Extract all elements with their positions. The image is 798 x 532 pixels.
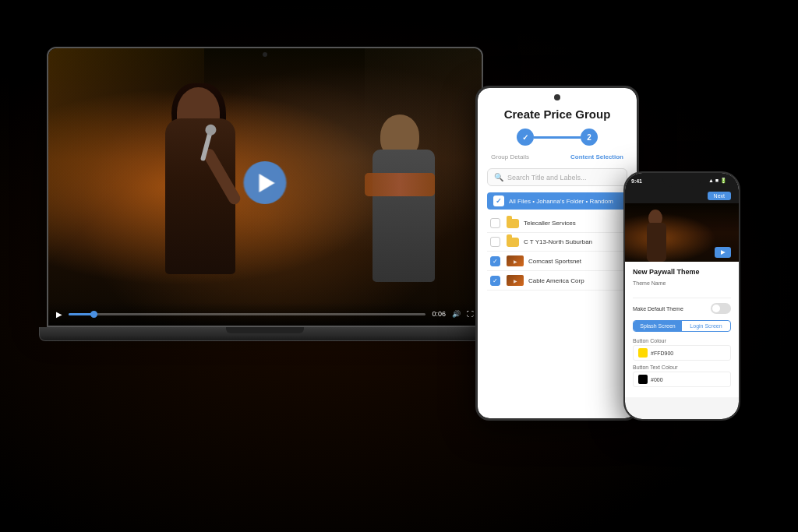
laptop-device: ▶ 0:06 🔊 ⛶ <box>47 47 514 374</box>
file-checkbox-2[interactable] <box>490 237 500 247</box>
search-icon: 🔍 <box>494 173 503 181</box>
phone-device: 9:41 ▲ ■ 🔋 Next ▶ New Paywall Theme Them… <box>623 171 744 428</box>
phone-singer <box>641 207 672 262</box>
folder-icon <box>507 219 519 228</box>
fullscreen-icon[interactable]: ⛶ <box>467 310 474 318</box>
phone-button-color-preview[interactable]: #FFD900 <box>633 345 731 361</box>
tablet-device: Create Price Group ✓ 2 Group Details Con… <box>475 86 647 428</box>
search-box[interactable]: 🔍 Search Title and Labels... <box>487 168 627 186</box>
phone-button-text-color-label: Button Text Colour <box>633 365 731 370</box>
video-thumbnail-3 <box>507 255 524 266</box>
step-2-circle: 2 <box>581 129 598 146</box>
volume-icon[interactable]: 🔊 <box>452 310 461 318</box>
file-row: C T Y13-North Suburban <box>487 233 627 252</box>
button-color-swatch <box>638 348 648 358</box>
breadcrumb-row: All Files • Johanna's Folder • Random <box>487 192 627 210</box>
phone-theme-name-value[interactable] <box>633 287 731 298</box>
video-thumbnail-4 <box>507 275 524 286</box>
laptop-camera <box>263 52 267 57</box>
guitarist-body <box>373 150 435 282</box>
laptop-screen-bezel: ▶ 0:06 🔊 ⛶ <box>47 47 483 327</box>
phone-section-title: New Paywall Theme <box>633 268 731 276</box>
button-text-color-value: #000 <box>651 377 663 382</box>
folder-icon <box>507 238 519 247</box>
step-line <box>534 136 581 139</box>
stepper: ✓ 2 <box>487 129 627 146</box>
phone-notch <box>662 173 701 187</box>
phone-header: Next <box>625 188 739 203</box>
step-1-circle: ✓ <box>517 129 534 146</box>
phone-tab-login[interactable]: Login Screen <box>682 321 730 331</box>
step-labels: Group Details Content Selection <box>487 153 627 160</box>
phone-time: 9:41 <box>631 178 642 184</box>
button-color-value: #FFD900 <box>651 351 673 356</box>
phone-button-color-label: Button Colour <box>633 338 731 344</box>
guitarist-figure <box>357 95 450 298</box>
phone-status-icons: ▲ ■ 🔋 <box>708 178 727 184</box>
phone-toggle-row: Make Default Theme <box>633 303 731 314</box>
phone-screen: 9:41 ▲ ■ 🔋 Next ▶ New Paywall Theme Them… <box>625 173 739 419</box>
phone-next-button[interactable]: Next <box>708 192 731 200</box>
file-name-3: Comcast Sportsnet <box>528 258 624 265</box>
laptop-screen: ▶ 0:06 🔊 ⛶ <box>48 48 482 326</box>
file-name-4: Cable America Corp <box>528 277 624 284</box>
tablet-body: Create Price Group ✓ 2 Group Details Con… <box>475 86 639 421</box>
phone-content: New Paywall Theme Theme Name Make Defaul… <box>625 262 739 397</box>
phone-play-button[interactable]: ▶ <box>715 247 731 258</box>
file-row: Comcast Sportsnet <box>487 252 627 271</box>
time-display: 0:06 <box>432 310 446 318</box>
singer-body <box>165 118 235 274</box>
file-name-2: C T Y13-North Suburban <box>524 238 624 245</box>
file-name-1: Telecaller Services <box>524 220 624 227</box>
phone-theme-name-label: Theme Name <box>633 280 731 286</box>
tablet-camera <box>554 94 560 100</box>
step-2-label: Content Selection <box>570 153 623 160</box>
step-1-label: Group Details <box>491 153 529 160</box>
tablet-title: Create Price Group <box>487 107 627 121</box>
phone-toggle-label: Make Default Theme <box>633 306 683 312</box>
file-checkbox-1[interactable] <box>490 218 500 228</box>
video-progress-bar[interactable] <box>69 313 425 315</box>
play-triangle-icon <box>259 174 274 192</box>
video-controls-bar: ▶ 0:06 🔊 ⛶ <box>48 302 482 326</box>
phone-tab-splash[interactable]: Splash Screen <box>634 321 682 331</box>
tablet-content: Create Price Group ✓ 2 Group Details Con… <box>478 88 637 418</box>
breadcrumb-checkbox[interactable] <box>493 196 504 206</box>
play-pause-button[interactable]: ▶ <box>56 310 62 319</box>
phone-button-text-color-preview[interactable]: #000 <box>633 372 731 387</box>
video-play-button[interactable] <box>244 161 287 204</box>
guitar <box>365 173 435 196</box>
progress-indicator <box>90 311 97 318</box>
file-row: Telecaller Services <box>487 214 627 233</box>
phone-body: 9:41 ▲ ■ 🔋 Next ▶ New Paywall Theme Them… <box>623 171 740 421</box>
file-checkbox-3[interactable] <box>490 256 500 266</box>
phone-toggle[interactable] <box>711 303 731 314</box>
file-checkbox-4[interactable] <box>490 276 500 286</box>
breadcrumb-text: All Files • Johanna's Folder • Random <box>509 198 613 205</box>
phone-tab-row: Splash Screen Login Screen <box>633 320 731 332</box>
phone-singer-body <box>647 223 666 262</box>
phone-concert-image: ▶ <box>625 203 739 262</box>
search-placeholder-text: Search Title and Labels... <box>507 174 587 181</box>
laptop-base <box>39 327 491 341</box>
tablet-screen: Create Price Group ✓ 2 Group Details Con… <box>478 88 637 418</box>
laptop-notch <box>226 327 304 333</box>
file-row: Cable America Corp <box>487 271 627 291</box>
button-text-color-swatch <box>638 375 648 384</box>
